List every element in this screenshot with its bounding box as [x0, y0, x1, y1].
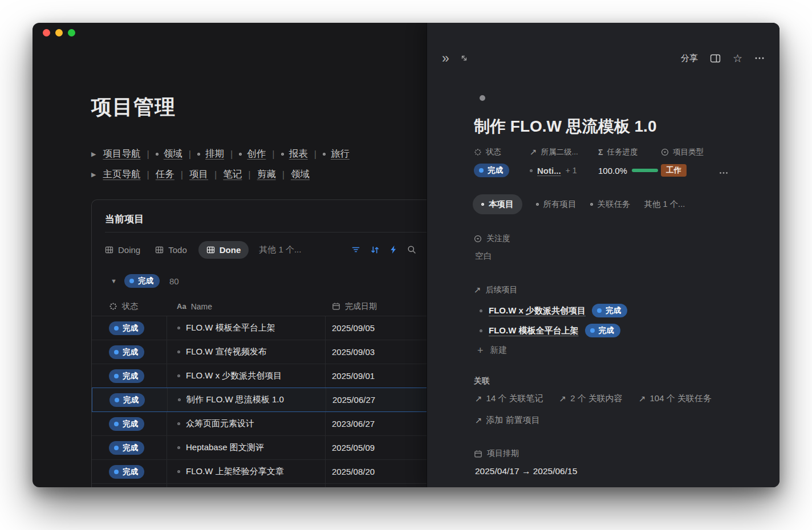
column-header-date[interactable]: 完成日期 — [326, 301, 433, 312]
new-followup-button[interactable]: + 新建 — [477, 345, 508, 356]
row-title: FLO.W 上架经验分享文章 — [186, 466, 284, 477]
status-badge-label: 完成 — [599, 325, 614, 336]
linked-view-tabs: 本项目 所有项目 关联任务 其他 1 个... — [473, 194, 685, 214]
filter-icon[interactable] — [351, 245, 360, 254]
tab-linked-tasks[interactable]: 关联任务 — [590, 199, 631, 210]
followup-item[interactable]: FLO.W 模板全平台上架 完成 — [480, 324, 620, 337]
page-icon — [177, 327, 180, 329]
view-tab-done[interactable]: Done — [198, 241, 249, 259]
row-title: 众筹页面元素设计 — [186, 418, 254, 429]
calendar-icon — [332, 302, 340, 311]
search-icon[interactable] — [407, 245, 416, 254]
nav-link-report[interactable]: 报表 — [289, 148, 308, 160]
sort-icon[interactable] — [370, 245, 380, 255]
property-project-type: 项目类型 工作 — [661, 147, 704, 177]
nav-link-project-nav[interactable]: 项目导航 — [103, 148, 140, 160]
lightning-icon[interactable] — [389, 245, 397, 254]
attention-empty-value[interactable]: 空白 — [475, 251, 492, 262]
side-peek-layout-icon[interactable] — [710, 54, 721, 63]
property-value-type[interactable]: 工作 — [661, 164, 704, 177]
share-button[interactable]: 分享 — [681, 53, 698, 64]
row-title: FLO.W 宣传视频发布 — [186, 346, 267, 357]
relation-arrow-icon: ↗ — [639, 394, 646, 404]
nav-link-domain2[interactable]: 领域 — [291, 168, 310, 181]
text-type-icon: Aa — [177, 302, 186, 311]
expand-diagonal-icon[interactable] — [460, 54, 469, 63]
column-label: Name — [191, 302, 212, 311]
more-properties-icon[interactable] — [719, 166, 728, 177]
group-header-done[interactable]: ▼ 完成 80 — [111, 273, 179, 289]
side-peek-panel: » 分享 ☆ 制作 FLO.W 思流模板 1.0 — [427, 23, 779, 487]
section-label: 后续项目 — [486, 285, 518, 295]
table-row[interactable]: 完成 FLO.W 模板全平台上架 2025/09/05 — [92, 316, 433, 340]
view-tab-label: Doing — [118, 245, 140, 255]
row-date: 2023/06/27 — [326, 419, 433, 429]
column-header-name[interactable]: Aa Name — [167, 302, 326, 311]
toggle-down-icon[interactable]: ▼ — [111, 278, 117, 284]
page-icon — [177, 422, 180, 425]
relation-page-link[interactable]: Noti... — [537, 166, 561, 176]
nav-link-schedule[interactable]: 排期 — [205, 148, 224, 160]
tab-label: 关联任务 — [598, 199, 631, 210]
followup-page-link[interactable]: FLO.W x 少数派共创项目 — [489, 305, 586, 316]
nav-link-clips[interactable]: 剪藏 — [257, 168, 276, 181]
more-views-button[interactable]: 其他 1 个... — [259, 244, 301, 255]
nav-link-create[interactable]: 创作 — [247, 148, 266, 160]
property-value-relation[interactable]: Noti... + 1 — [530, 164, 578, 177]
table-body: 完成 FLO.W 模板全平台上架 2025/09/05 完成 FLO.W 宣传视… — [92, 316, 433, 487]
nav-link-travel[interactable]: 旅行 — [331, 148, 350, 160]
page-icon — [530, 169, 533, 172]
property-label: 项目类型 — [673, 147, 704, 157]
section-label: 项目排期 — [487, 449, 519, 459]
table-row[interactable]: 完成 众筹页面元素设计 2023/06/27 — [92, 412, 433, 436]
more-options-icon[interactable] — [754, 56, 765, 60]
followup-item[interactable]: FLO.W x 少数派共创项目 完成 — [480, 304, 627, 317]
column-header-status[interactable]: 状态 — [92, 301, 167, 312]
add-predecessor-row: ↗ 添加 前置项目 — [475, 415, 540, 426]
tab-more[interactable]: 其他 1 个... — [644, 199, 685, 210]
close-peek-icon[interactable]: » — [442, 52, 449, 65]
relation-extra-count: + 1 — [566, 166, 577, 175]
section-schedule-label: 项目排期 — [474, 449, 519, 459]
table-row-selected[interactable]: 完成 制作 FLO.W 思流模板 1.0 2025/06/27 — [92, 388, 433, 412]
close-window-button[interactable] — [43, 29, 50, 36]
circle-icon — [590, 203, 593, 206]
tab-all-projects[interactable]: 所有项目 — [536, 199, 576, 210]
nav-separator: | — [214, 169, 217, 180]
table-row[interactable]: 完成 FLO.W x 少数派共创项目 2025/09/01 — [92, 364, 433, 388]
relation-link-label: 2 个 关联内容 — [570, 393, 623, 404]
linked-content-link[interactable]: ↗ 2 个 关联内容 — [559, 393, 623, 404]
circle-icon — [481, 203, 484, 206]
favorite-star-icon[interactable]: ☆ — [733, 52, 742, 65]
nav-link-notes[interactable]: 笔记 — [223, 168, 242, 181]
schedule-date-range[interactable]: 2025/04/17 → 2025/06/15 — [475, 466, 577, 476]
toggle-right-icon[interactable]: ▶ — [91, 171, 96, 178]
nav-link-projects[interactable]: 项目 — [189, 168, 208, 181]
add-predecessor-link[interactable]: ↗ 添加 前置项目 — [475, 415, 540, 426]
followup-page-link[interactable]: FLO.W 模板全平台上架 — [489, 325, 579, 336]
tab-this-project[interactable]: 本项目 — [473, 194, 522, 214]
status-badge-label: 完成 — [488, 165, 503, 176]
document-page-icon[interactable] — [480, 95, 485, 101]
view-tab-todo[interactable]: Todo — [155, 245, 187, 255]
table-row[interactable]: 完成 Heptabase 图文测评 2025/05/09 — [92, 436, 433, 460]
table-row-partial[interactable]: 完成 — [92, 484, 433, 487]
table-row[interactable]: 完成 FLO.W 宣传视频发布 2025/09/03 — [92, 340, 433, 364]
panel-toolbar: » 分享 ☆ — [427, 47, 779, 70]
nav-link-home-nav[interactable]: 主页导航 — [103, 168, 140, 181]
nav-link-tasks[interactable]: 任务 — [156, 168, 174, 181]
tab-label: 其他 1 个... — [644, 199, 685, 210]
section-label: 关联 — [474, 376, 490, 386]
nav-link-domain[interactable]: 领域 — [164, 148, 182, 160]
status-badge-label: 完成 — [138, 276, 153, 286]
linked-notes-link[interactable]: ↗ 14 个 关联笔记 — [475, 393, 543, 404]
relation-link-label: 104 个 关联任务 — [649, 393, 711, 404]
minimize-window-button[interactable] — [55, 29, 63, 36]
zoom-window-button[interactable] — [68, 29, 75, 36]
linked-tasks-link[interactable]: ↗ 104 个 关联任务 — [639, 393, 712, 404]
property-value-status[interactable]: 完成 — [474, 164, 509, 177]
toggle-right-icon[interactable]: ▶ — [91, 150, 96, 158]
table-row[interactable]: 完成 FLO.W 上架经验分享文章 2025/08/20 — [92, 460, 433, 484]
view-tab-doing[interactable]: Doing — [105, 245, 140, 255]
property-value-progress[interactable]: 100.0% — [598, 164, 658, 177]
